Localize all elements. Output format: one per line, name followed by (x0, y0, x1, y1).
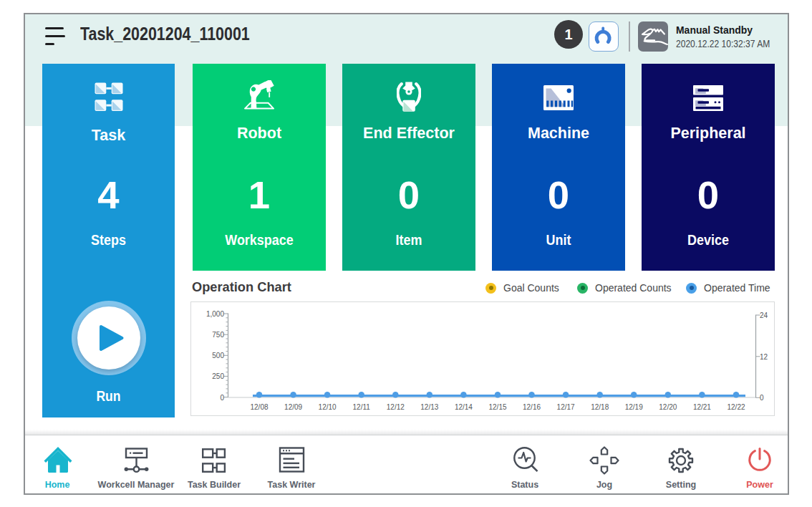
svg-text:12/10: 12/10 (319, 403, 337, 411)
svg-text:12/19: 12/19 (625, 403, 643, 411)
svg-text:24: 24 (760, 312, 768, 319)
svg-text:12/11: 12/11 (353, 403, 371, 411)
svg-text:0: 0 (220, 394, 224, 402)
svg-text:12/16: 12/16 (523, 403, 541, 411)
svg-text:250: 250 (212, 372, 224, 380)
svg-text:500: 500 (212, 352, 224, 359)
svg-text:12/13: 12/13 (420, 403, 438, 411)
svg-text:12/20: 12/20 (659, 403, 677, 411)
svg-text:12/08: 12/08 (250, 403, 268, 411)
svg-text:750: 750 (212, 331, 224, 339)
svg-text:12/21: 12/21 (693, 403, 711, 411)
svg-text:1,000: 1,000 (206, 310, 224, 318)
svg-text:12: 12 (760, 353, 768, 361)
svg-text:12/12: 12/12 (387, 403, 405, 411)
svg-text:12/15: 12/15 (488, 403, 506, 411)
svg-text:12/18: 12/18 (591, 403, 609, 411)
svg-text:12/14: 12/14 (455, 403, 473, 411)
svg-text:12/09: 12/09 (284, 403, 302, 411)
svg-text:12/22: 12/22 (727, 403, 745, 411)
svg-text:12/17: 12/17 (557, 403, 575, 411)
svg-text:0: 0 (760, 394, 764, 402)
